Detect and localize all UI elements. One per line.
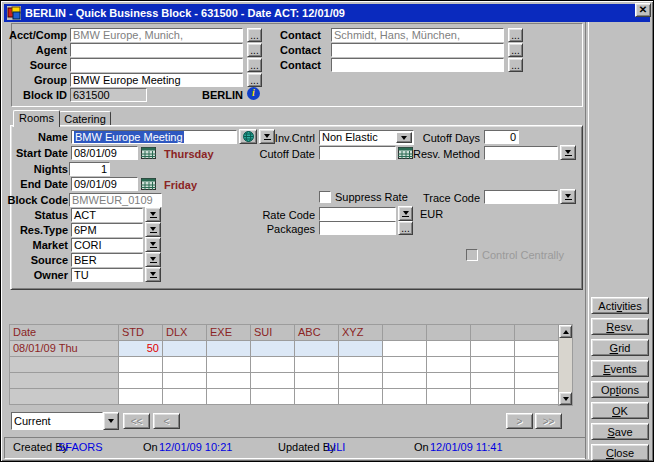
translate-globe-button[interactable] <box>239 129 257 144</box>
grid-cell[interactable] <box>163 389 207 405</box>
resv-button[interactable]: Resv. <box>591 318 649 335</box>
acct-comp-lookup-button[interactable]: ... <box>247 28 262 42</box>
acct-comp-field[interactable]: BMW Europe, Munich, <box>70 28 243 42</box>
rate-code-dropdown-button[interactable] <box>398 206 413 221</box>
grid-cell[interactable] <box>295 373 339 389</box>
grid-cell[interactable] <box>339 357 383 373</box>
grid-button[interactable]: Grid <box>591 339 649 356</box>
grid-cell[interactable] <box>119 357 163 373</box>
grid-last-button[interactable]: >> <box>535 413 562 429</box>
agent-field[interactable] <box>70 43 243 57</box>
contact1-lookup-button[interactable]: ... <box>508 28 523 42</box>
grid-date-cell[interactable]: 08/01/09 Thu <box>10 341 119 357</box>
grid-cell[interactable] <box>471 341 515 357</box>
close-button[interactable]: Close <box>591 444 649 461</box>
tab-rooms[interactable]: Rooms <box>13 110 60 127</box>
grid-cell[interactable] <box>207 389 251 405</box>
source-dropdown-button[interactable] <box>145 252 161 267</box>
cutoff-date-field[interactable] <box>319 146 396 160</box>
packages-field[interactable] <box>319 221 396 235</box>
grid-cell[interactable] <box>251 341 295 357</box>
packages-lookup-button[interactable]: ... <box>398 221 413 235</box>
cutoff-days-field[interactable]: 0 <box>484 130 519 144</box>
grid-cell[interactable] <box>427 341 471 357</box>
close-window-button[interactable]: ✕ <box>635 3 651 17</box>
grid-cell[interactable] <box>119 373 163 389</box>
grid-date-cell[interactable] <box>10 357 119 373</box>
grid-cell[interactable] <box>207 373 251 389</box>
grid-cell[interactable] <box>515 341 559 357</box>
owner-field[interactable]: TU <box>71 268 143 282</box>
market-dropdown-button[interactable] <box>145 237 161 252</box>
grid-cell[interactable] <box>251 373 295 389</box>
grid-cell[interactable] <box>383 357 427 373</box>
res-type-dropdown-button[interactable] <box>145 222 161 237</box>
grid-cell[interactable] <box>163 341 207 357</box>
grid-cell[interactable] <box>515 389 559 405</box>
grid-cell[interactable] <box>471 373 515 389</box>
block-code-field[interactable]: BMWEUR_0109 <box>69 193 162 207</box>
calendar-icon-start[interactable] <box>141 147 156 159</box>
grid-cell[interactable] <box>515 373 559 389</box>
grid-cell[interactable] <box>295 357 339 373</box>
activities-button[interactable]: Activities <box>591 297 649 314</box>
end-date-field[interactable]: 09/01/09 <box>71 177 138 191</box>
group-lookup-button[interactable]: ... <box>247 73 262 87</box>
grid-cell[interactable] <box>119 389 163 405</box>
grid-cell[interactable] <box>427 357 471 373</box>
start-date-field[interactable]: 08/01/09 <box>71 146 138 160</box>
grid-cell[interactable] <box>383 389 427 405</box>
resv-method-field[interactable] <box>484 146 558 160</box>
contact3-lookup-button[interactable]: ... <box>508 58 523 72</box>
group-field[interactable]: BMW Europe Meeting <box>70 73 243 87</box>
scroll-down-button[interactable] <box>559 392 572 405</box>
name-field[interactable]: BMW Europe Meeting <box>71 130 237 144</box>
grid-view-select[interactable]: Current <box>11 412 103 430</box>
grid-cell[interactable] <box>339 341 383 357</box>
grid-cell[interactable] <box>515 357 559 373</box>
events-button[interactable]: Events <box>591 360 649 377</box>
trace-code-field[interactable] <box>484 190 558 204</box>
calendar-icon-end[interactable] <box>141 178 156 190</box>
source-field[interactable]: BER <box>71 253 143 267</box>
suppress-rate-checkbox[interactable] <box>319 191 331 203</box>
combo-arrow-icon[interactable] <box>396 132 412 143</box>
owner-dropdown-button[interactable] <box>145 267 161 282</box>
res-type-field[interactable]: 6PM <box>71 223 143 237</box>
grid-next-button[interactable]: > <box>506 413 533 429</box>
grid-cell[interactable] <box>251 357 295 373</box>
grid-scrollbar[interactable] <box>558 324 573 406</box>
grid-cell[interactable] <box>427 389 471 405</box>
grid-cell[interactable] <box>471 357 515 373</box>
info-icon[interactable]: i <box>247 87 260 100</box>
contact2-lookup-button[interactable]: ... <box>508 43 523 57</box>
grid-cell[interactable] <box>295 389 339 405</box>
grid-first-button[interactable]: << <box>123 413 150 429</box>
status-dropdown-button[interactable] <box>145 207 161 222</box>
grid-view-combo-arrow[interactable] <box>103 412 119 430</box>
source-lookup-button[interactable]: ... <box>247 58 262 72</box>
ok-button[interactable]: OK <box>591 402 649 419</box>
grid-cell[interactable] <box>163 357 207 373</box>
grid-cell[interactable] <box>295 341 339 357</box>
contact2-field[interactable] <box>331 43 504 57</box>
tab-catering[interactable]: Catering <box>59 111 111 126</box>
grid-cell[interactable] <box>207 341 251 357</box>
grid-cell[interactable] <box>251 389 295 405</box>
source-header-field[interactable] <box>70 58 243 72</box>
save-button[interactable]: Save <box>591 423 649 440</box>
rate-code-field[interactable] <box>319 207 396 221</box>
grid-prev-button[interactable]: < <box>153 413 180 429</box>
nights-field[interactable]: 1 <box>69 162 110 176</box>
status-field[interactable]: ACT <box>71 208 143 222</box>
grid-cell[interactable] <box>339 389 383 405</box>
agent-lookup-button[interactable]: ... <box>247 43 262 57</box>
contact3-field[interactable] <box>331 58 504 72</box>
title-bar[interactable]: BERLIN - Quick Business Block - 631500 -… <box>4 4 650 22</box>
grid-date-cell[interactable] <box>10 389 119 405</box>
market-field[interactable]: CORI <box>71 238 143 252</box>
contact1-field[interactable]: Schmidt, Hans, München, <box>331 28 504 42</box>
grid-cell[interactable] <box>339 373 383 389</box>
grid-cell[interactable] <box>207 357 251 373</box>
grid-cell[interactable] <box>163 373 207 389</box>
